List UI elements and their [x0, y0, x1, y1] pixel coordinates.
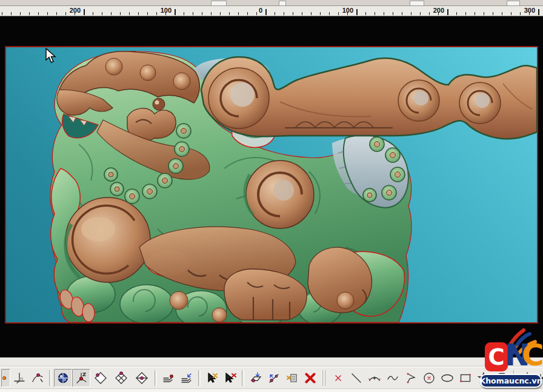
ellipse-icon [441, 371, 454, 385]
ruler-label: 200 [70, 7, 83, 14]
del-all-icon [304, 371, 317, 385]
plane-corner-point-button[interactable] [90, 369, 111, 387]
ruler-minor-tick [229, 12, 230, 15]
ruler-minor-tick [247, 12, 248, 15]
layers-arrow-icon [180, 371, 193, 385]
polyline-tool-button[interactable] [402, 369, 420, 387]
render-ball-button[interactable] [54, 369, 72, 387]
toolbar-row [1, 369, 543, 387]
diamond-cross-icon [115, 371, 128, 385]
doc-delete-button[interactable] [283, 369, 301, 387]
mark-point-button[interactable] [329, 369, 347, 387]
cursor-snap-icon [205, 371, 219, 385]
toolbar-groove [0, 365, 543, 368]
ruler-minor-tick [284, 12, 284, 15]
logo-banner: Khomaucnc.vn [480, 374, 542, 388]
line-tool-button[interactable] [347, 369, 365, 387]
curve-tool-button[interactable] [384, 369, 402, 387]
axis-tripod-button[interactable] [72, 369, 90, 387]
toolbar-grip [321, 370, 327, 386]
toolbar-separator [198, 370, 201, 386]
app-window: { "ruler": { "labels": [ {"text": "200",… [0, 0, 543, 392]
ruler-minor-tick [20, 12, 21, 15]
ruler-minor-tick [211, 12, 212, 15]
arc-icon [368, 371, 381, 385]
ruler-minor-tick [329, 12, 330, 15]
top-strip-fragment [507, 1, 520, 5]
select-delete-button[interactable] [221, 369, 239, 387]
ruler-major-tick [356, 9, 358, 15]
delete-all-button[interactable] [301, 369, 319, 387]
ruler-minor-tick [120, 12, 121, 15]
ruler-minor-tick [302, 12, 302, 15]
bottom-toolbar [0, 357, 543, 392]
toolbar-separator [242, 370, 244, 386]
ruler-minor-tick [429, 12, 430, 15]
diamond-corner-icon [94, 371, 107, 385]
circle-tool-button[interactable] [420, 369, 438, 387]
cursor-del-icon [224, 371, 237, 385]
ruler-minor-tick [402, 12, 402, 15]
ruler-minor-tick [456, 12, 457, 15]
top-strip-fragment [211, 1, 227, 5]
ruler-minor-tick [11, 12, 12, 15]
ruler-label: 200 [433, 7, 447, 14]
snap-point-icon [2, 371, 10, 385]
relief-model [6, 47, 537, 322]
project-plane-button[interactable] [247, 369, 265, 387]
ruler-minor-tick [275, 12, 275, 15]
ruler-major-tick [265, 9, 267, 15]
ruler-minor-tick [511, 12, 511, 15]
ruler-minor-tick [420, 12, 421, 15]
ruler-minor-tick [375, 12, 375, 15]
relief-viewport[interactable] [5, 46, 538, 324]
ruler-label: 0 [259, 7, 265, 14]
layers-point-button[interactable] [159, 369, 178, 387]
ruler-minor-tick [484, 12, 484, 15]
arc-tool-button[interactable] [365, 369, 384, 387]
layers-point-icon [162, 371, 175, 385]
ruler-minor-tick [311, 12, 311, 15]
ruler-minor-tick [293, 12, 293, 15]
plane-center-point-button[interactable] [132, 369, 152, 387]
snap-point-button[interactable] [1, 369, 10, 387]
wave-icon [386, 371, 399, 385]
poly-d-icon [404, 371, 418, 385]
toolbar-separator [49, 370, 52, 386]
curve-node-icon [31, 371, 44, 385]
ruler-minor-tick [47, 12, 48, 15]
toolbar-separator [155, 370, 157, 386]
ruler-minor-tick [193, 12, 193, 15]
mark-x-icon [331, 371, 345, 385]
ruler-minor-tick [111, 12, 112, 15]
mouse-cursor [45, 48, 57, 64]
layers-arrow-button[interactable] [178, 369, 196, 387]
select-snap-button[interactable] [203, 369, 221, 387]
curve-node-button[interactable] [28, 369, 47, 387]
ruler-minor-tick [156, 12, 157, 15]
ruler-minor-tick [202, 12, 202, 15]
ruler-minor-tick [465, 12, 466, 15]
axis-tripod-icon [75, 371, 88, 385]
ruler-major-tick [538, 9, 539, 15]
project-line-icon [267, 371, 281, 385]
rectangle-tool-button[interactable] [456, 369, 475, 387]
ruler-major-tick [84, 9, 85, 15]
perp-axis-icon [13, 371, 26, 385]
ruler-major-tick [175, 9, 176, 15]
ruler-minor-tick [338, 12, 339, 15]
render-ball-icon [56, 371, 70, 385]
ruler-minor-tick [220, 12, 221, 15]
horizontal-ruler: 2001000100200300 [0, 6, 543, 16]
doc-del-icon [285, 371, 299, 385]
ellipse-tool-button[interactable] [438, 369, 456, 387]
ruler-label: 300 [524, 7, 538, 14]
ruler-minor-tick [184, 12, 184, 15]
plane-cross-point-button[interactable] [111, 369, 132, 387]
view-canvas [0, 16, 543, 357]
ruler-minor-tick [2, 12, 2, 15]
perpendicular-axis-button[interactable] [10, 369, 28, 387]
project-line-button[interactable] [265, 369, 283, 387]
logo-letter-c2: C [522, 340, 543, 370]
ruler-label: 100 [161, 7, 174, 14]
